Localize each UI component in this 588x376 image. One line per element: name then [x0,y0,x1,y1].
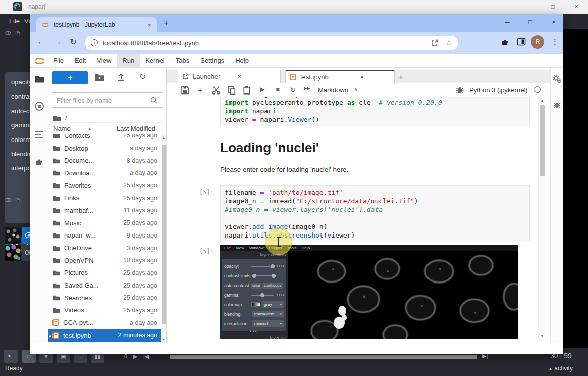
site-info-icon[interactable]: i [91,39,98,46]
restart-kernel-icon[interactable]: ↻ [288,86,297,95]
menu-item-settings[interactable]: Settings [195,54,230,68]
back-button[interactable]: ← [37,37,46,47]
napari-maximize-button[interactable]: □ [544,2,561,12]
paste-cells-icon[interactable] [242,86,251,95]
property-inspector-gears-icon[interactable] [553,75,561,83]
browser-maximize-button[interactable]: □ [523,18,538,26]
code-editor[interactable]: filename = 'path/to/image.tif'image0_n =… [220,185,530,242]
file-row[interactable]: Pictures25 days ago [48,267,163,279]
file-row[interactable]: OneDrive3 days ago [48,242,163,254]
filter-files-box[interactable] [52,92,162,108]
home-folder-icon[interactable] [52,115,61,121]
frame-slider[interactable] [170,355,477,359]
side-panel-icon[interactable] [517,37,526,46]
copy-cells-icon[interactable] [227,86,236,95]
add-cell-icon[interactable]: + [196,86,205,95]
address-bar[interactable]: i localhost:8888/lab/tree/test.ipynb ☆ [85,36,458,50]
kernel-name[interactable]: Python 3 (ipykernel) [469,86,528,94]
save-icon[interactable] [181,86,190,95]
menu-item-run[interactable]: Run [117,54,140,68]
forward-button[interactable]: → [54,37,62,47]
scroll-down-icon[interactable]: ▼ [540,334,545,338]
menu-item-view[interactable]: View [91,54,117,68]
share-icon[interactable] [431,39,439,47]
copy-layer-icon[interactable] [15,198,21,202]
file-row[interactable]: Searches25 days ago [48,292,163,304]
file-row[interactable]: Music25 days ago [48,217,163,229]
interrupt-kernel-icon[interactable]: ■ [273,86,282,95]
file-row[interactable]: Desktopa day ago [48,142,163,155]
file-row[interactable]: CCA-pyt...a day ago [48,316,163,329]
bookmark-star-icon[interactable]: ☆ [446,38,452,48]
browser-close-button[interactable]: × [546,18,561,26]
menu-item-tabs[interactable]: Tabs [170,54,195,68]
run-cell-icon[interactable]: ▶ [258,86,267,95]
browser-tab[interactable]: test.ipynb - JupyterLab × [36,17,157,32]
cut-cells-icon[interactable] [211,86,221,95]
napari-menu-file[interactable]: File [9,17,20,25]
tab-launcher[interactable]: Launcher × [178,70,281,83]
file-row[interactable]: napari_w...9 days ago [48,229,163,242]
napari-minimize-button[interactable]: ─ [520,2,538,12]
markdown-cell[interactable]: Loading 'nuclei' Please enter code for l… [220,140,537,174]
frame-field[interactable]: 0 [124,353,127,359]
profile-avatar[interactable]: R [531,35,544,49]
new-tab-button[interactable]: + [164,18,169,28]
tab-close-icon[interactable]: × [237,73,241,80]
file-row[interactable]: Favorites25 days ago [48,179,163,192]
url-text[interactable]: localhost:8888/lab/tree/test.ipynb [103,39,431,47]
scroll-down-icon[interactable]: ▼ [161,338,166,341]
file-row[interactable]: Docume...8 days ago [48,154,163,167]
debugger-bug-icon[interactable] [455,86,464,95]
prev-frame-button[interactable]: |◀ [143,353,149,360]
file-row[interactable]: Links25 days ago [48,192,163,204]
browser-menu-kebab-icon[interactable]: ⋮ [551,37,559,46]
code-editor[interactable]: from skimage.io import imreadimport pycl… [220,97,530,126]
extensions-puzzle-icon[interactable] [501,37,510,46]
cell-type-dropdown[interactable]: Markdown [318,86,348,94]
layer-visibility-eye-icon[interactable] [25,250,30,255]
column-name[interactable]: Name [48,125,71,132]
filter-files-input[interactable] [57,97,150,104]
file-row[interactable]: mambaf...11 days ago [48,204,163,217]
activity-indicator[interactable]: ▲ activity [548,365,573,372]
tab-close-icon[interactable]: × [146,21,152,29]
layer-visibility-eye-icon[interactable] [25,232,30,238]
file-row[interactable]: OpenVPN10 days ago [48,254,163,267]
copy-layer-icon[interactable] [15,31,21,35]
column-last-modified[interactable]: Last Modified [117,125,163,132]
menu-item-help[interactable]: Help [230,54,254,68]
debugger-bug-icon[interactable] [553,101,561,109]
scrollbar-thumb[interactable] [162,145,166,324]
scroll-up-icon[interactable]: ▲ [161,136,166,139]
eye-icon[interactable] [5,198,11,202]
new-folder-icon[interactable] [95,73,104,81]
breadcrumb[interactable]: / [52,112,67,123]
file-row[interactable]: Downloa...a day ago [48,167,163,179]
scroll-up-icon[interactable]: ▲ [540,99,545,102]
menu-item-file[interactable]: File [47,54,69,68]
eye-icon[interactable] [5,31,11,35]
tab-test-ipynb[interactable]: test.ipynb ● [285,70,395,83]
code-cell[interactable]: from skimage.io import imreadimport pycl… [167,97,537,126]
table-of-contents-icon[interactable] [34,129,44,139]
napari-close-button[interactable]: × [568,2,585,12]
extension-manager-puzzle-icon[interactable] [34,157,44,167]
scrollbar-thumb[interactable] [540,105,545,176]
kernel-status-icon[interactable] [534,86,541,93]
add-tab-button[interactable]: + [399,72,403,81]
reload-button[interactable]: ↻ [70,37,77,48]
notebook-scrollbar[interactable]: ▲ ▼ [538,97,545,339]
file-list-scrollbar[interactable]: ▲ ▼ [161,134,166,343]
new-launcher-button[interactable]: + [52,71,88,84]
refresh-file-list-icon[interactable]: ↻ [139,72,146,81]
file-browser-icon[interactable] [34,74,44,84]
console-button[interactable]: >_ [4,350,18,363]
menu-item-kernel[interactable]: Kernel [140,54,170,68]
file-row[interactable]: Videos25 days ago [48,304,163,317]
upload-icon[interactable] [117,73,125,81]
restart-run-all-icon[interactable]: ▶▶ [302,86,311,95]
code-cell[interactable]: [5]: filename = 'path/to/image.tif'image… [167,185,537,242]
running-sessions-icon[interactable] [34,101,44,111]
file-row[interactable]: Saved Ga...25 days ago [48,279,163,292]
